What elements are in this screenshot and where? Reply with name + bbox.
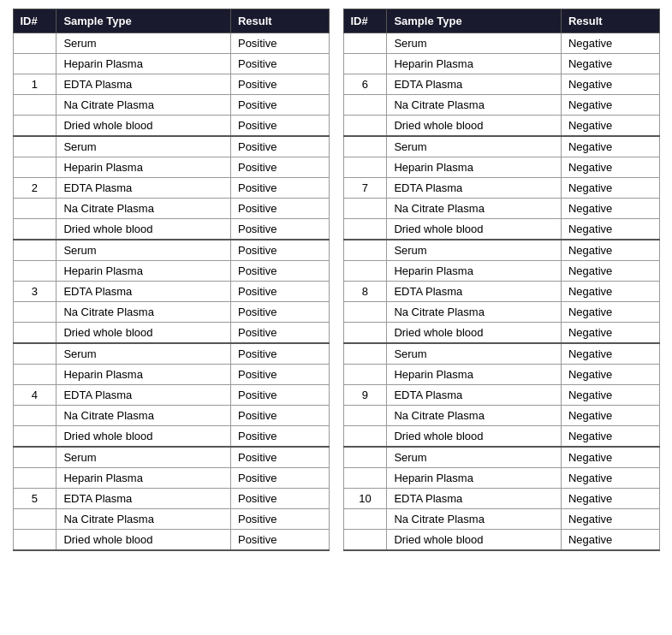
result-cell: Positive (230, 95, 329, 116)
sample-type-cell: Dried whole blood (56, 116, 231, 137)
result-cell: Negative (561, 261, 659, 282)
col-header-sample-type: Sample Type (387, 9, 562, 33)
sample-type-cell: Na Citrate Plasma (56, 199, 231, 219)
sample-type-cell: Na Citrate Plasma (387, 509, 562, 530)
sample-type-cell: EDTA Plasma (387, 282, 562, 302)
sample-type-cell: Heparin Plasma (387, 54, 562, 74)
table-row: SerumPositive (13, 33, 329, 54)
result-cell: Negative (561, 136, 659, 157)
table-row: 1EDTA PlasmaPositive (13, 74, 329, 95)
sample-type-cell: EDTA Plasma (56, 178, 231, 199)
result-cell: Positive (230, 54, 329, 74)
table-row: 3EDTA PlasmaPositive (13, 282, 329, 302)
col-header-id-: ID# (13, 9, 56, 33)
id-cell (13, 261, 56, 282)
sample-type-cell: Heparin Plasma (387, 261, 562, 282)
id-cell (343, 199, 387, 219)
right-table: ID#Sample TypeResultSerumNegativeHeparin… (343, 9, 660, 551)
sample-type-cell: Dried whole blood (387, 219, 562, 240)
result-cell: Positive (230, 302, 329, 323)
result-cell: Positive (230, 116, 329, 137)
id-cell (343, 302, 387, 323)
table-row: SerumPositive (13, 447, 329, 468)
table-row: Na Citrate PlasmaNegative (343, 406, 659, 426)
table-row: Heparin PlasmaPositive (13, 365, 329, 385)
sample-type-cell: EDTA Plasma (56, 282, 231, 302)
table-row: 7EDTA PlasmaNegative (343, 178, 659, 199)
result-cell: Negative (561, 406, 659, 426)
sample-type-cell: Serum (387, 136, 562, 157)
sample-type-cell: Serum (56, 343, 231, 365)
result-cell: Negative (561, 447, 659, 468)
table-row: Na Citrate PlasmaPositive (13, 302, 329, 323)
table-row: Heparin PlasmaNegative (343, 261, 659, 282)
id-cell (343, 530, 387, 551)
table-row: Heparin PlasmaNegative (343, 157, 659, 178)
table-row: 4EDTA PlasmaPositive (13, 385, 329, 406)
table-row: Heparin PlasmaPositive (13, 261, 329, 282)
id-cell (13, 33, 56, 54)
col-header-id-: ID# (343, 9, 387, 33)
id-cell (343, 406, 387, 426)
result-cell: Negative (561, 95, 659, 116)
id-cell (343, 157, 387, 178)
sample-type-cell: Heparin Plasma (56, 157, 231, 178)
table-row: SerumNegative (343, 343, 659, 365)
result-cell: Positive (230, 509, 329, 530)
id-cell (13, 219, 56, 240)
sample-type-cell: Dried whole blood (387, 323, 562, 344)
table-row: Na Citrate PlasmaPositive (13, 95, 329, 116)
result-cell: Positive (230, 468, 329, 489)
id-cell (13, 530, 56, 551)
result-cell: Negative (561, 343, 659, 365)
sample-type-cell: Serum (387, 240, 562, 261)
sample-type-cell: Serum (56, 33, 231, 54)
result-cell: Positive (230, 136, 329, 157)
table-row: Heparin PlasmaNegative (343, 54, 659, 74)
table-row: Na Citrate PlasmaPositive (13, 406, 329, 426)
table-row: Na Citrate PlasmaNegative (343, 95, 659, 116)
id-cell (13, 365, 56, 385)
table-row: 6EDTA PlasmaNegative (343, 74, 659, 95)
id-cell (13, 426, 56, 448)
id-cell: 10 (343, 489, 387, 509)
id-cell (343, 426, 387, 448)
id-cell (13, 157, 56, 178)
table-row: Na Citrate PlasmaPositive (13, 199, 329, 219)
sample-type-cell: Serum (56, 447, 231, 468)
id-cell: 6 (343, 74, 387, 95)
id-cell (343, 54, 387, 74)
result-cell: Positive (230, 406, 329, 426)
result-cell: Negative (561, 33, 659, 54)
result-cell: Negative (561, 219, 659, 240)
table-row: 9EDTA PlasmaNegative (343, 385, 659, 406)
result-cell: Positive (230, 323, 329, 344)
id-cell (13, 447, 56, 468)
id-cell (343, 95, 387, 116)
result-cell: Positive (230, 447, 329, 468)
result-cell: Positive (230, 219, 329, 240)
sample-type-cell: Na Citrate Plasma (56, 509, 231, 530)
table-row: Dried whole bloodNegative (343, 116, 659, 137)
table-row: Dried whole bloodPositive (13, 323, 329, 344)
id-cell: 1 (13, 74, 56, 95)
sample-type-cell: Dried whole blood (56, 426, 231, 448)
sample-type-cell: Serum (387, 33, 562, 54)
id-cell (13, 343, 56, 365)
result-cell: Negative (561, 302, 659, 323)
sample-type-cell: Heparin Plasma (387, 157, 562, 178)
table-row: SerumPositive (13, 240, 329, 261)
table-row: Heparin PlasmaNegative (343, 468, 659, 489)
id-cell (343, 240, 387, 261)
table-row: Heparin PlasmaPositive (13, 468, 329, 489)
id-cell (343, 343, 387, 365)
id-cell (13, 54, 56, 74)
sample-type-cell: Heparin Plasma (56, 54, 231, 74)
id-cell (13, 136, 56, 157)
table-row: Dried whole bloodNegative (343, 426, 659, 448)
result-cell: Positive (230, 199, 329, 219)
result-cell: Positive (230, 33, 329, 54)
id-cell (13, 406, 56, 426)
result-cell: Negative (561, 426, 659, 448)
sample-type-cell: Dried whole blood (387, 116, 562, 137)
